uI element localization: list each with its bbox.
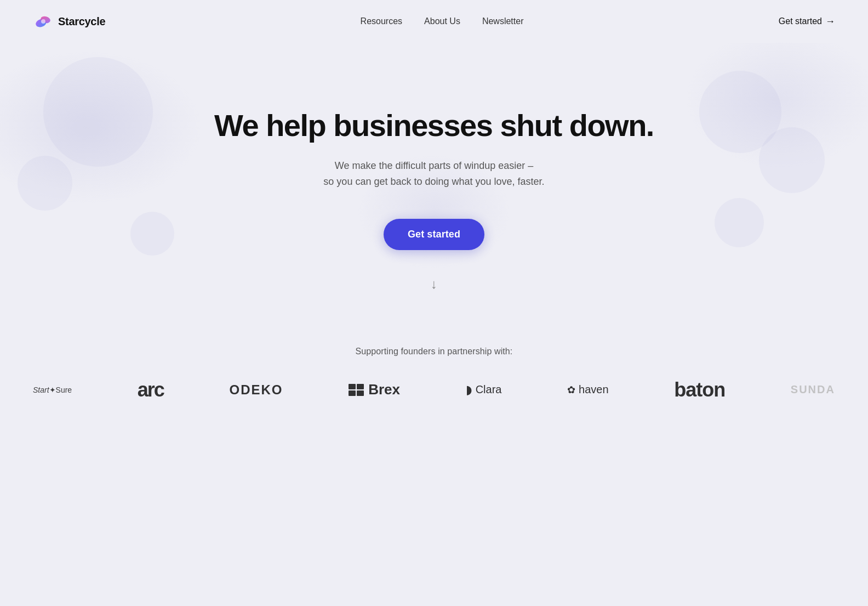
partners-title: Supporting founders in partnership with: [33,347,835,356]
svg-point-2 [41,19,45,24]
partner-startsure: Start✦Sure [33,386,72,394]
svg-rect-5 [349,390,356,396]
hero-subtitle: We make the difficult parts of windup ea… [323,158,544,190]
partners-section: Supporting founders in partnership with:… [0,325,868,434]
nav-newsletter[interactable]: Newsletter [482,16,524,26]
nav-resources[interactable]: Resources [361,16,402,26]
partner-haven: ✿ haven [567,383,609,396]
svg-rect-3 [349,384,356,389]
navbar-get-started[interactable]: Get started → [779,16,835,27]
partner-arc: arc [138,378,164,401]
logo-icon [33,11,54,32]
partner-sunda: SUNDA [791,383,835,396]
logo-text: Starcycle [58,15,105,28]
svg-rect-4 [357,384,364,389]
partner-clara: ◗ Clara [466,383,502,397]
partner-odeko: ODEKO [230,382,283,398]
arrow-icon: → [825,16,835,27]
navbar: Starcycle Resources About Us Newsletter … [0,0,868,43]
partners-logos-row: Start✦Sure arc ODEKO Brex [33,378,835,401]
nav-about-us[interactable]: About Us [424,16,460,26]
brex-icon [349,384,364,396]
hero-section: We help businesses shut down. We make th… [0,43,868,325]
partner-baton: baton [674,378,725,401]
nav-links: Resources About Us Newsletter [361,16,524,26]
hero-title: We help businesses shut down. [214,109,654,143]
partner-brex: Brex [349,381,400,398]
svg-rect-6 [357,390,364,396]
logo-link[interactable]: Starcycle [33,11,105,32]
hero-get-started-button[interactable]: Get started [384,219,484,250]
scroll-down-arrow: ↓ [431,276,437,292]
